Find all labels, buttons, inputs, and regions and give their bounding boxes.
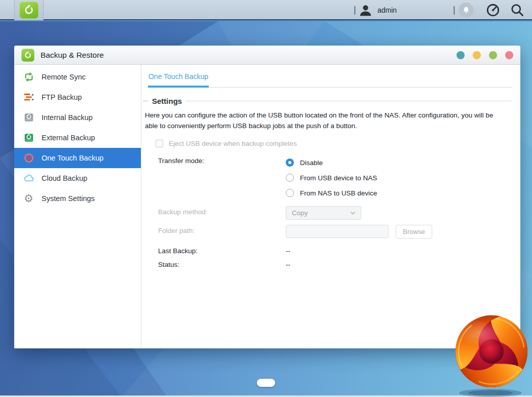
window-minimize-button[interactable] <box>473 51 481 59</box>
backup-restore-window: Backup & Restore <box>14 46 520 348</box>
transfer-mode-label: Transfer mode: <box>158 155 286 165</box>
dock-handle[interactable] <box>257 379 275 387</box>
gauge-icon <box>485 3 501 18</box>
folder-path-input[interactable] <box>286 225 389 238</box>
sidebar-item-external-backup[interactable]: External Backup <box>14 128 141 148</box>
sidebar-item-label: Cloud Backup <box>42 174 87 182</box>
status-value: -- <box>286 259 290 268</box>
search-icon <box>510 3 525 18</box>
eject-usb-checkbox[interactable] <box>156 140 163 147</box>
taskbar-app-backup-restore[interactable] <box>14 0 44 20</box>
sidebar-item-label: System Settings <box>42 194 95 203</box>
internal-backup-icon <box>23 112 34 124</box>
logged-in-user[interactable]: admin <box>377 6 397 14</box>
folder-path-label: Folder path: <box>158 225 286 234</box>
backup-restore-app-icon <box>19 2 39 19</box>
sidebar-item-cloud-backup[interactable]: Cloud Backup <box>14 168 141 188</box>
last-backup-row: Last Backup: -- <box>141 245 520 255</box>
sidebar-item-one-touch-backup[interactable]: One Touch Backup <box>14 148 141 168</box>
sidebar-item-internal-backup[interactable]: Internal Backup <box>14 107 141 128</box>
backup-method-label: Backup method: <box>158 206 286 216</box>
tab-bar: One Touch Backup <box>148 65 512 88</box>
one-touch-backup-icon <box>23 152 34 164</box>
sidebar-item-system-settings[interactable]: ⚙ System Settings <box>14 188 141 209</box>
sidebar-item-ftp-backup[interactable]: FTP Backup <box>14 87 141 107</box>
cloud-backup-icon <box>23 173 34 184</box>
folder-path-row: Folder path: Browse <box>141 225 520 239</box>
sidebar-item-label: Remote Sync <box>42 73 86 81</box>
taskbar-separator: | <box>354 5 356 15</box>
sidebar-item-label: One Touch Backup <box>42 154 103 162</box>
section-title: Settings <box>152 97 182 105</box>
legend-rule <box>185 101 512 101</box>
main-content: One Touch Backup Settings Here you can c… <box>141 65 520 348</box>
sidebar-item-label: FTP Backup <box>42 93 82 101</box>
window-pin-button[interactable] <box>457 51 465 59</box>
window-close-button[interactable] <box>505 51 513 59</box>
tab-one-touch-backup[interactable]: One Touch Backup <box>148 72 209 88</box>
last-backup-label: Last Backup: <box>158 245 286 255</box>
settings-description: Here you can configure the action of the… <box>145 110 507 131</box>
legend-dash <box>143 101 148 101</box>
transfer-mode-radio-group: Disable From USB device to NAS From NAS … <box>286 155 377 201</box>
settings-section-header: Settings <box>143 97 512 105</box>
search-button[interactable] <box>510 3 525 18</box>
radio-option-disable[interactable]: Disable <box>286 155 377 170</box>
eject-usb-checkbox-label: Eject USB device when backup completes <box>169 140 297 147</box>
last-backup-value: -- <box>286 245 290 255</box>
sidebar: Remote Sync FTP Backup <box>14 65 141 348</box>
window-maximize-button[interactable] <box>489 51 497 59</box>
status-label: Status: <box>158 259 286 268</box>
external-backup-icon <box>23 132 34 144</box>
transfer-mode-row: Transfer mode: Disable From USB device t… <box>141 155 520 201</box>
user-icon <box>359 4 372 17</box>
backup-method-row: Backup method: Copy <box>141 206 520 220</box>
sidebar-item-label: Internal Backup <box>42 113 93 122</box>
radio-unselected-icon[interactable] <box>286 174 294 182</box>
sidebar-item-remote-sync[interactable]: Remote Sync <box>14 67 141 87</box>
notifications-button[interactable] <box>459 3 474 18</box>
browse-button[interactable]: Browse <box>396 225 432 239</box>
window-title: Backup & Restore <box>41 51 104 60</box>
eject-usb-checkbox-row[interactable]: Eject USB device when backup completes <box>156 140 520 147</box>
radio-option-nas-to-usb[interactable]: From NAS to USB device <box>286 185 377 201</box>
backup-method-value: Copy <box>292 209 350 217</box>
window-titlebar[interactable]: Backup & Restore <box>14 46 520 65</box>
bell-icon <box>462 6 471 15</box>
watermark-swirl-logo <box>451 312 532 397</box>
radio-selected-icon[interactable] <box>286 158 294 167</box>
taskbar-separator-2: | <box>453 5 455 15</box>
radio-unselected-icon[interactable] <box>286 189 294 197</box>
backup-method-dropdown[interactable]: Copy <box>286 206 361 220</box>
remote-sync-icon <box>23 71 34 83</box>
system-settings-icon: ⚙ <box>23 193 34 205</box>
sidebar-item-label: External Backup <box>42 134 95 142</box>
top-taskbar: | admin | <box>0 0 532 20</box>
window-app-icon <box>21 49 34 62</box>
status-row: Status: -- <box>141 259 520 268</box>
radio-option-usb-to-nas[interactable]: From USB device to NAS <box>286 170 377 185</box>
system-monitor-button[interactable] <box>485 3 501 18</box>
ftp-backup-icon <box>23 92 34 103</box>
chevron-down-icon <box>350 210 356 216</box>
screen: | admin | <box>0 0 532 397</box>
